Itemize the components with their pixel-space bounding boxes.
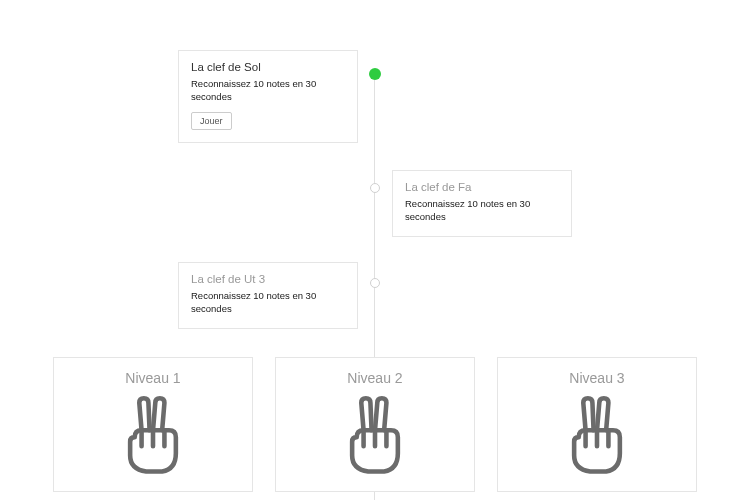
card-title: La clef de Sol (191, 61, 345, 73)
level-card-3[interactable]: Niveau 3 (497, 357, 697, 492)
peace-hand-icon (340, 396, 410, 476)
card-title: La clef de Ut 3 (191, 273, 345, 285)
timeline-dot (370, 278, 380, 288)
timeline-card-sol[interactable]: La clef de Sol Reconnaissez 10 notes en … (178, 50, 358, 143)
level-title: Niveau 3 (569, 370, 624, 386)
timeline-dot-active (369, 68, 381, 80)
card-desc: Reconnaissez 10 notes en 30 secondes (191, 290, 345, 316)
card-title: La clef de Fa (405, 181, 559, 193)
level-title: Niveau 1 (125, 370, 180, 386)
card-desc: Reconnaissez 10 notes en 30 secondes (191, 78, 345, 104)
card-desc: Reconnaissez 10 notes en 30 secondes (405, 198, 559, 224)
levels-row: Niveau 1 Niveau 2 Niveau 3 (0, 357, 750, 492)
timeline-dot (370, 183, 380, 193)
timeline-card-ut3[interactable]: La clef de Ut 3 Reconnaissez 10 notes en… (178, 262, 358, 329)
level-card-2[interactable]: Niveau 2 (275, 357, 475, 492)
level-card-1[interactable]: Niveau 1 (53, 357, 253, 492)
play-button[interactable]: Jouer (191, 112, 232, 130)
timeline-card-fa[interactable]: La clef de Fa Reconnaissez 10 notes en 3… (392, 170, 572, 237)
peace-hand-icon (118, 396, 188, 476)
level-title: Niveau 2 (347, 370, 402, 386)
peace-hand-icon (562, 396, 632, 476)
